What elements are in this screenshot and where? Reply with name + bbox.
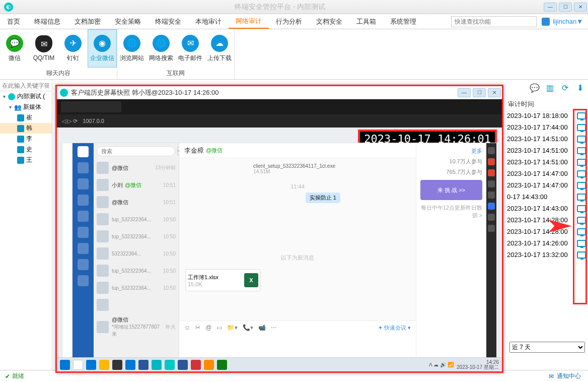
conversation-item[interactable]: 小刘@微信10:51 xyxy=(94,176,179,194)
app-logo-icon: ◐ xyxy=(4,3,13,12)
edge-icon xyxy=(488,203,495,210)
chat-header: 李金樟 @微信 xyxy=(179,143,416,158)
video-icon[interactable]: 📹 xyxy=(258,324,266,331)
audit-row[interactable]: 2023-10-17 14:47:00 xyxy=(505,179,588,191)
popup-close-button[interactable]: ✕ xyxy=(488,88,501,97)
phone-icon[interactable]: 📞▾ xyxy=(243,324,253,331)
conversation-item[interactable]: @微信*用地址15227877807来昨天 xyxy=(94,313,179,340)
screenshot-popup: 客户端历史屏幕快照 韩小瑶@2023-10-17 14:26:00 — ☐ ✕ … xyxy=(55,85,503,373)
side-more-link[interactable]: 更多 xyxy=(420,147,482,155)
global-search-input[interactable] xyxy=(451,16,537,27)
tree-member[interactable]: 崔 xyxy=(0,112,52,123)
titlebar: ◐ 终端安全管控平台 - 内部测试 — ☐ ✕ xyxy=(0,0,588,14)
ribbon-icon: 🌐 xyxy=(123,35,140,52)
maximize-button[interactable]: ☐ xyxy=(559,3,572,12)
audit-row[interactable]: 2023-10-17 14:51:00 xyxy=(505,133,588,145)
conversation-item[interactable]: tup_532322364...10:50 xyxy=(94,262,179,279)
image-icon[interactable]: ▭ xyxy=(216,324,222,331)
menu-tab-1[interactable]: 终端信息 xyxy=(27,14,67,29)
monitor-icon[interactable] xyxy=(577,205,586,212)
menu-tab-10[interactable]: 系统管理 xyxy=(383,14,423,29)
conversation-item[interactable]: tup_532322364...10:50 xyxy=(94,228,179,245)
conversation-item[interactable]: @微信13分钟前 xyxy=(94,159,179,176)
audit-row[interactable]: 2023-10-17 14:47:00 xyxy=(505,168,588,179)
menu-tab-4[interactable]: 终端安全 xyxy=(148,14,188,29)
monitor-icon[interactable] xyxy=(577,112,586,119)
emoji-icon[interactable]: ☺ xyxy=(184,324,190,331)
scissors-icon[interactable]: ✂ xyxy=(195,324,200,331)
audit-row[interactable]: 2023-10-17 14:43:00 xyxy=(505,203,588,214)
tree-member[interactable]: 韩 xyxy=(0,123,52,134)
ribbon-item-电子邮件[interactable]: ✉电子邮件 xyxy=(176,29,205,68)
quick-meeting-button[interactable]: ✦ 快速会议 ▾ xyxy=(378,324,411,332)
popup-titlebar: 客户端历史屏幕快照 韩小瑶@2023-10-17 14:26:00 — ☐ ✕ xyxy=(57,86,502,99)
time-range-select[interactable]: 近 7 天 xyxy=(509,342,585,353)
edge-icon xyxy=(488,225,495,232)
at-icon[interactable]: @ xyxy=(205,324,211,331)
monitor-icon[interactable] xyxy=(577,124,586,131)
tree-member[interactable]: 李 xyxy=(0,134,52,144)
audit-row[interactable]: 2023-10-17 14:51:00 xyxy=(505,156,588,168)
more-icon[interactable]: ⋯ xyxy=(271,324,277,331)
menu-tab-9[interactable]: 工具箱 xyxy=(349,14,383,29)
ribbon-item-钉钉[interactable]: ✈钉钉 xyxy=(58,29,88,68)
ribbon-item-上传下载[interactable]: ☁上传下载 xyxy=(205,29,234,68)
chat-bubble-icon[interactable]: 💬 xyxy=(530,83,540,93)
monitor-icon[interactable] xyxy=(577,159,586,166)
conversation-item[interactable] xyxy=(94,296,179,313)
edge-icon xyxy=(488,180,495,187)
tree-member[interactable]: 王 xyxy=(0,155,52,165)
ribbon-icon: ✉ xyxy=(182,35,199,52)
menu-tab-0[interactable]: 首页 xyxy=(0,14,27,29)
ribbon-item-浏览网站[interactable]: 🌐浏览网站 xyxy=(117,29,146,68)
status-ready: 就绪 xyxy=(0,372,29,380)
menu-tab-5[interactable]: 本地审计 xyxy=(188,14,229,29)
conversation-item[interactable]: @微信10:51 xyxy=(94,194,179,211)
download-icon[interactable]: ⬇ xyxy=(575,83,585,93)
notification-center-button[interactable]: 通知中心 xyxy=(542,372,588,380)
list-panel-icon[interactable]: ▥ xyxy=(545,83,555,93)
minimize-button[interactable]: — xyxy=(544,3,557,12)
audit-row[interactable]: 2023-10-17 17:44:00 xyxy=(505,121,588,133)
monitor-icon[interactable] xyxy=(577,217,586,224)
conversation-item[interactable]: tup_532322364...10:50 xyxy=(94,279,179,296)
close-button[interactable]: ✕ xyxy=(574,3,587,12)
monitor-icon[interactable] xyxy=(577,194,586,201)
audit-row[interactable]: 2023-10-17 18:18:00 xyxy=(505,110,588,121)
audit-row[interactable]: 2023-10-17 14:51:00 xyxy=(505,145,588,156)
monitor-icon[interactable] xyxy=(577,240,586,247)
ribbon-item-网络搜索[interactable]: 🌐网络搜索 xyxy=(146,29,176,68)
conversation-item[interactable]: tup_532322364...10:50 xyxy=(94,211,179,228)
avatar-icon xyxy=(97,213,109,225)
tree-group[interactable]: ▾👥新媒体 xyxy=(0,102,52,112)
ribbon-item-QQ/TIM[interactable]: ✉QQ/TIM xyxy=(29,29,58,68)
menu-tab-8[interactable]: 文档安全 xyxy=(309,14,349,29)
tree-filter-input[interactable] xyxy=(0,81,51,91)
user-menu[interactable]: lijinchan ▼ xyxy=(537,18,588,26)
tree-root[interactable]: ▾内部测试 ( xyxy=(0,91,52,102)
menu-tab-2[interactable]: 文档加密 xyxy=(67,14,108,29)
monitor-icon[interactable] xyxy=(577,182,586,189)
popup-minimize-button[interactable]: — xyxy=(458,88,471,97)
menu-tab-6[interactable]: 网络审计 xyxy=(229,14,269,29)
tree-member[interactable]: 史 xyxy=(0,144,52,155)
monitor-icon[interactable] xyxy=(577,147,586,154)
ribbon-item-微信[interactable]: 💬微信 xyxy=(0,29,29,68)
audit-row[interactable]: 2023-10-17 13:32:00 xyxy=(505,249,588,261)
ribbon-item-企业微信[interactable]: ◉企业微信 xyxy=(88,29,117,68)
monitor-icon[interactable] xyxy=(577,228,586,235)
monitor-icon[interactable] xyxy=(577,170,586,177)
ribbon-group-label-internet: 互联网 xyxy=(117,68,234,79)
folder-icon[interactable]: 📁▾ xyxy=(227,324,238,331)
monitor-icon[interactable] xyxy=(577,136,586,143)
refresh-icon[interactable]: ⟳ xyxy=(560,83,570,93)
popup-maximize-button[interactable]: ☐ xyxy=(473,88,486,97)
conversation-item[interactable]: 532322364...10:50 xyxy=(94,245,179,262)
monitor-icon[interactable] xyxy=(577,251,586,259)
audit-row[interactable]: 2023-10-17 14:26:00 xyxy=(505,237,588,249)
browser-urlbar: ◁ ▷ ⟳1007.0.0 xyxy=(57,114,502,128)
wework-search-input[interactable] xyxy=(97,146,175,156)
menu-tab-7[interactable]: 行为分析 xyxy=(269,14,309,29)
audit-row[interactable]: 0-17 14:43:00 xyxy=(505,191,588,203)
menu-tab-3[interactable]: 安全策略 xyxy=(108,14,148,29)
